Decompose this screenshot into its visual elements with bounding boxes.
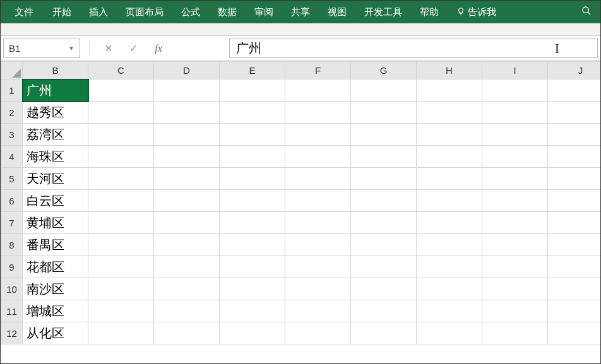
cell-F4[interactable] [285,146,351,168]
cell-F5[interactable] [285,168,351,190]
col-header-B[interactable]: B [23,62,88,79]
cell-H9[interactable] [417,256,482,278]
cell-H8[interactable] [417,234,482,256]
cell-J3[interactable] [548,124,601,146]
row-header[interactable]: 10 [1,278,23,300]
cell-H4[interactable] [417,146,482,168]
cell-G7[interactable] [351,212,417,234]
cell-B12[interactable]: 从化区 [23,322,88,344]
cell-H10[interactable] [417,278,482,300]
col-header-G[interactable]: G [351,62,417,79]
cell-J8[interactable] [548,234,601,256]
cell-D2[interactable] [154,102,220,124]
cell-F12[interactable] [285,322,351,344]
cell-E9[interactable] [220,256,285,278]
col-header-C[interactable]: C [88,62,154,79]
cell-F8[interactable] [285,234,351,256]
row-header[interactable]: 4 [1,146,23,168]
cell-E11[interactable] [220,300,285,322]
row-header[interactable]: 9 [1,256,23,278]
cell-J10[interactable] [548,278,601,300]
cell-B2[interactable]: 越秀区 [23,102,88,124]
cell-F6[interactable] [285,190,351,212]
tab-home[interactable]: 开始 [44,1,80,23]
cell-J4[interactable] [548,146,601,168]
cell-D11[interactable] [154,300,220,322]
cell-C1[interactable] [88,79,154,102]
cell-E5[interactable] [220,168,285,190]
cell-J11[interactable] [548,300,601,322]
tab-share[interactable]: 共享 [282,1,319,23]
cell-C9[interactable] [88,256,154,278]
cell-F11[interactable] [285,300,351,322]
cell-J7[interactable] [548,212,601,234]
cell-G5[interactable] [351,168,417,190]
cell-H3[interactable] [417,124,482,146]
cell-B10[interactable]: 南沙区 [23,278,88,300]
tab-page-layout[interactable]: 页面布局 [117,1,172,23]
cell-C4[interactable] [88,146,154,168]
cell-D3[interactable] [154,124,220,146]
cell-J9[interactable] [548,256,601,278]
row-header[interactable]: 1 [1,79,23,102]
cell-G2[interactable] [351,102,417,124]
cell-D8[interactable] [154,234,220,256]
cell-D5[interactable] [154,168,220,190]
col-header-H[interactable]: H [417,62,482,79]
cell-B1[interactable]: 广州 [23,79,88,102]
cell-E6[interactable] [220,190,285,212]
cell-E8[interactable] [220,234,285,256]
cell-H7[interactable] [417,212,482,234]
cell-H6[interactable] [417,190,482,212]
cell-E3[interactable] [220,124,285,146]
cell-B5[interactable]: 天河区 [23,168,88,190]
cell-I5[interactable] [482,168,548,190]
cell-G8[interactable] [351,234,417,256]
cell-B4[interactable]: 海珠区 [23,146,88,168]
confirm-formula-button[interactable]: ✓ [126,42,140,54]
row-header[interactable]: 7 [1,212,23,234]
cell-I12[interactable] [482,322,548,344]
row-header[interactable]: 11 [1,300,23,322]
cell-H11[interactable] [417,300,482,322]
cell-E4[interactable] [220,146,285,168]
name-box-dropdown-icon[interactable]: ▼ [68,45,74,52]
cell-J1[interactable] [548,79,601,102]
cell-C6[interactable] [88,190,154,212]
cell-F1[interactable] [285,79,351,102]
col-header-E[interactable]: E [220,62,285,79]
tab-view[interactable]: 视图 [319,1,355,23]
cell-D6[interactable] [154,190,220,212]
row-header[interactable]: 8 [1,234,23,256]
cell-B6[interactable]: 白云区 [23,190,88,212]
cell-J5[interactable] [548,168,601,190]
cell-E7[interactable] [220,212,285,234]
cell-D7[interactable] [154,212,220,234]
cell-I7[interactable] [482,212,548,234]
cell-I10[interactable] [482,278,548,300]
cell-H1[interactable] [417,79,482,102]
cell-B7[interactable]: 黄埔区 [23,212,88,234]
col-header-F[interactable]: F [285,62,351,79]
cell-G10[interactable] [351,278,417,300]
cell-H5[interactable] [417,168,482,190]
tab-help[interactable]: 帮助 [411,1,448,23]
tab-file[interactable]: 文件 [4,1,44,23]
cancel-formula-button[interactable]: ✕ [101,42,115,54]
cell-J6[interactable] [548,190,601,212]
cell-F9[interactable] [285,256,351,278]
cell-C8[interactable] [88,234,154,256]
cell-C5[interactable] [88,168,154,190]
cell-I4[interactable] [482,146,548,168]
cell-J12[interactable] [548,322,601,344]
col-header-D[interactable]: D [154,62,220,79]
cell-I11[interactable] [482,300,548,322]
cell-C12[interactable] [88,322,154,344]
cell-G6[interactable] [351,190,417,212]
tell-me[interactable]: 告诉我 [450,1,503,23]
cell-F2[interactable] [285,102,351,124]
cell-H12[interactable] [417,322,482,344]
cell-G4[interactable] [351,146,417,168]
cell-C11[interactable] [88,300,154,322]
cell-G9[interactable] [351,256,417,278]
